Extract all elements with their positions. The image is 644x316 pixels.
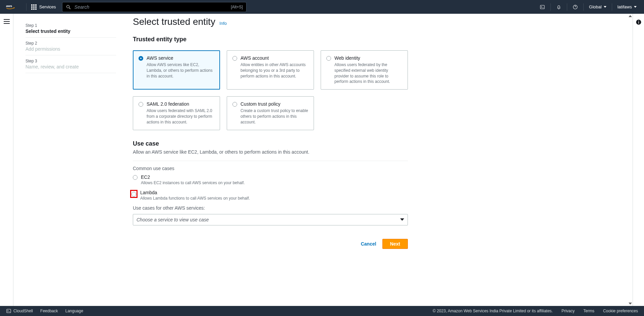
terms-link[interactable]: Terms <box>583 309 594 313</box>
card-title: AWS service <box>147 55 214 61</box>
svg-rect-6 <box>638 22 639 24</box>
wizard-actions: Cancel Next <box>133 239 408 249</box>
account-menu[interactable]: latifaws <box>614 2 640 11</box>
entity-cards: AWS service Allow AWS services like EC2,… <box>133 50 408 130</box>
services-label: Services <box>39 4 56 9</box>
chevron-down-icon <box>400 218 404 221</box>
right-rail <box>633 14 644 306</box>
usecase-lambda[interactable]: Lambda Allows Lambda functions to call A… <box>133 190 408 201</box>
entity-saml[interactable]: SAML 2.0 federation Allow users federate… <box>133 96 220 130</box>
footer: CloudShell Feedback Language © 2023, Ama… <box>0 306 644 316</box>
copyright: © 2023, Amazon Web Services India Privat… <box>433 309 553 313</box>
card-desc: Allow users federated with SAML 2.0 from… <box>147 108 214 125</box>
entity-aws-account[interactable]: AWS account Allow entities in other AWS … <box>227 50 314 90</box>
step-2[interactable]: Step 2 Add permissions <box>25 38 116 55</box>
usecase-desc: Allows EC2 instances to call AWS service… <box>141 180 245 185</box>
usecase-desc: Allows Lambda functions to call AWS serv… <box>140 196 250 201</box>
radio-icon <box>139 56 143 61</box>
cookies-link[interactable]: Cookie preferences <box>603 309 638 313</box>
card-title: SAML 2.0 federation <box>147 101 214 107</box>
other-usecases-label: Use cases for other AWS services: <box>133 205 408 211</box>
svg-line-2 <box>69 8 70 9</box>
common-usecases-label: Common use cases <box>133 166 408 171</box>
svg-rect-8 <box>7 309 11 313</box>
search-box[interactable]: [Alt+S] <box>62 2 247 12</box>
region-selector[interactable]: Global <box>586 2 610 11</box>
caret-down-icon <box>634 6 637 8</box>
card-desc: Allows users federated by the specified … <box>334 62 402 85</box>
notifications-button[interactable] <box>553 2 565 12</box>
services-button[interactable]: Services <box>29 3 59 11</box>
select-placeholder: Choose a service to view use case <box>137 217 209 222</box>
help-icon <box>573 4 578 10</box>
radio-icon <box>133 175 138 180</box>
step-3[interactable]: Step 3 Name, review, and create <box>25 55 116 73</box>
main-content: Select trusted entity Info Trusted entit… <box>133 16 408 249</box>
terminal-icon <box>6 308 11 314</box>
search-input[interactable] <box>74 4 219 10</box>
nav-divider <box>26 3 26 11</box>
search-icon <box>66 4 71 10</box>
info-link[interactable]: Info <box>219 21 227 26</box>
help-button[interactable] <box>569 2 581 12</box>
cloudshell-link[interactable]: CloudShell <box>6 308 33 314</box>
search-shortcut: [Alt+S] <box>231 5 243 9</box>
service-select[interactable]: Choose a service to view use case <box>133 214 408 225</box>
usecase-heading: Use case <box>133 140 408 147</box>
highlight-box <box>130 190 138 198</box>
bell-icon <box>556 4 561 10</box>
svg-text:aws: aws <box>6 4 12 8</box>
step-number: Step 3 <box>25 59 116 63</box>
cloudshell-icon-button[interactable] <box>536 2 548 12</box>
language-link[interactable]: Language <box>65 309 83 313</box>
privacy-link[interactable]: Privacy <box>561 309 575 313</box>
card-title: AWS account <box>240 55 308 61</box>
step-1[interactable]: Step 1 Select trusted entity <box>25 20 116 38</box>
nav-divider <box>583 3 584 11</box>
step-title: Add permissions <box>25 46 116 52</box>
usecase-title: EC2 <box>141 174 245 180</box>
next-button[interactable]: Next <box>382 239 408 249</box>
svg-rect-3 <box>540 5 544 9</box>
svg-point-7 <box>638 20 639 21</box>
wizard-steps: Step 1 Select trusted entity Step 2 Add … <box>25 16 116 249</box>
grid-icon <box>31 4 37 10</box>
card-title: Custom trust policy <box>240 101 308 107</box>
step-title: Name, review, and create <box>25 64 116 69</box>
page-title: Select trusted entity <box>133 16 215 27</box>
divider <box>133 161 408 161</box>
aws-logo[interactable]: aws <box>4 3 20 11</box>
usecase-subhead: Allow an AWS service like EC2, Lambda, o… <box>133 149 408 155</box>
step-number: Step 2 <box>25 41 116 46</box>
entity-aws-service[interactable]: AWS service Allow AWS services like EC2,… <box>133 50 220 90</box>
card-title: Web identity <box>334 55 402 61</box>
step-number: Step 1 <box>25 23 116 28</box>
svg-point-1 <box>67 5 69 8</box>
cloudshell-label: CloudShell <box>13 309 33 313</box>
language-label: Language <box>65 309 83 313</box>
nav-divider <box>612 3 612 11</box>
top-nav: aws Services [Alt+S] Global latifaws <box>0 0 644 14</box>
main-scroll[interactable]: Step 1 Select trusted entity Step 2 Add … <box>13 14 633 306</box>
entity-type-heading: Trusted entity type <box>133 36 408 43</box>
menu-toggle[interactable] <box>4 19 10 24</box>
terminal-icon <box>540 4 545 10</box>
card-desc: Allow AWS services like EC2, Lambda, or … <box>147 62 214 79</box>
feedback-label: Feedback <box>40 309 58 313</box>
entity-custom-policy[interactable]: Custom trust policy Create a custom trus… <box>227 96 314 130</box>
usecase-ec2[interactable]: EC2 Allows EC2 instances to call AWS ser… <box>133 174 408 185</box>
nav-divider <box>550 3 551 11</box>
card-desc: Create a custom trust policy to enable o… <box>240 108 308 125</box>
feedback-link[interactable]: Feedback <box>40 309 58 313</box>
cancel-button[interactable]: Cancel <box>361 241 376 247</box>
radio-icon <box>232 56 237 61</box>
card-desc: Allow entities in other AWS accounts bel… <box>240 62 308 79</box>
nav-divider <box>567 3 567 11</box>
radio-icon <box>131 192 136 197</box>
radio-icon <box>139 102 143 107</box>
region-label: Global <box>589 4 602 9</box>
info-icon[interactable] <box>636 19 642 25</box>
entity-web-identity[interactable]: Web identity Allows users federated by t… <box>321 50 408 90</box>
radio-icon <box>326 56 331 61</box>
caret-down-icon <box>604 6 606 8</box>
